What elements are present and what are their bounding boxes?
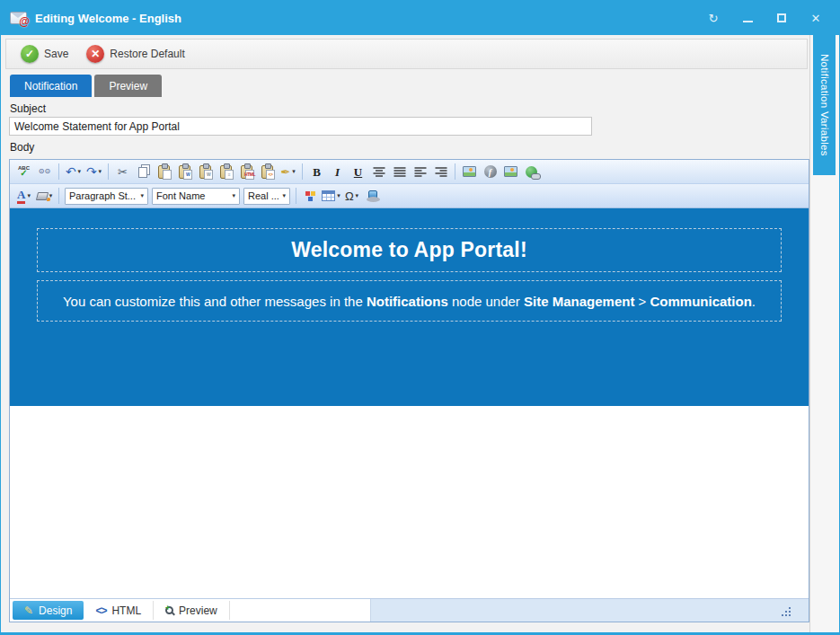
html-mode-tab[interactable]: <> HTML	[84, 601, 154, 620]
copy-icon[interactable]	[134, 163, 153, 181]
toolbar-separator	[296, 188, 296, 204]
insert-symbol-icon[interactable]: Ω▾	[342, 187, 361, 206]
banner-paragraph-box[interactable]: You can customize this and other message…	[37, 280, 782, 322]
redo-icon-glyph: ↷	[86, 165, 97, 178]
paste-plain-text-icon[interactable]: ≡	[217, 163, 235, 181]
font-name-select[interactable]: Font Name▾	[152, 188, 240, 205]
paste-from-word-icon[interactable]: W	[175, 163, 194, 181]
editor-toolbar-row2: A▾▾Paragraph St...▾Font Name▾Real ...▾▾Ω…	[10, 184, 809, 208]
find-and-replace-icon[interactable]: ⊙⊙	[35, 163, 54, 181]
paste-from-word-no-styles-icon-badge: W	[204, 170, 213, 180]
notification-variables-tab[interactable]: Notification Variables	[813, 35, 836, 175]
spellcheck-icon[interactable]: ABC✓	[14, 163, 33, 181]
toolbar-separator	[58, 163, 59, 180]
spellcheck-icon-glyph: ABC✓	[18, 165, 30, 178]
design-mode-tab[interactable]: ✎ Design	[13, 601, 84, 620]
dropdown-arrow-icon: ▾	[282, 192, 286, 199]
tab-bar: Notification Preview	[10, 75, 809, 97]
paste-icon-glyph	[158, 165, 170, 179]
align-right-icon-glyph	[435, 166, 447, 178]
paste-from-word-icon-badge: W	[183, 170, 192, 180]
insert-snippet-icon[interactable]	[363, 187, 382, 206]
paste-html-icon-glyph: <>	[261, 165, 273, 179]
paste-from-word-no-styles-icon[interactable]: W	[196, 163, 215, 181]
foreground-color-icon-glyph: A	[17, 189, 25, 204]
paragraph-part: .	[752, 294, 756, 309]
bold-icon[interactable]: B	[307, 163, 326, 181]
italic-icon[interactable]: I	[328, 163, 347, 181]
paste-html-icon[interactable]: <>	[258, 163, 277, 181]
mode-tab-strip: ✎ Design <> HTML Preview	[10, 599, 371, 622]
maximize-glyph	[777, 13, 786, 22]
format-painter-icon[interactable]: ✒▾	[279, 163, 297, 181]
cut-icon[interactable]: ✂	[113, 163, 132, 181]
insert-table-icon[interactable]: ▾	[322, 187, 340, 206]
find-and-replace-icon-glyph: ⊙⊙	[39, 168, 50, 175]
align-justify-icon[interactable]	[390, 163, 409, 181]
paste-as-html-icon-badge: HTML	[245, 170, 254, 180]
save-button[interactable]: ✓ Save	[21, 45, 68, 63]
editor-canvas[interactable]: Welcome to App Portal! You can customize…	[10, 208, 809, 598]
resize-grip[interactable]	[782, 607, 791, 616]
undo-icon-glyph: ↶	[66, 165, 76, 178]
paragraph-part: You can customize this and other message…	[63, 294, 367, 309]
paste-from-word-icon-glyph: W	[179, 165, 190, 179]
align-right-icon[interactable]	[431, 163, 450, 181]
background-color-icon[interactable]: ▾	[35, 187, 54, 206]
paragraph-part: Notifications	[367, 294, 448, 309]
italic-icon-glyph: I	[335, 166, 340, 178]
paragraph-style-select-glyph: Paragraph St...	[69, 190, 136, 201]
banner-heading-box[interactable]: Welcome to App Portal!	[37, 228, 782, 272]
magnifier-icon	[165, 606, 173, 614]
restore-default-button[interactable]: ✕ Restore Default	[86, 45, 184, 63]
paste-plain-text-icon-glyph: ≡	[220, 165, 232, 179]
window: @ Editing Welcome - English ↻ ✕ ✓ Save ✕…	[0, 0, 840, 635]
image-manager-icon[interactable]	[460, 163, 479, 181]
paste-icon[interactable]	[155, 163, 173, 181]
banner-heading: Welcome to App Portal!	[291, 238, 527, 262]
underline-icon-glyph: U	[354, 166, 362, 178]
titlebar: @ Editing Welcome - English ↻ ✕	[1, 1, 839, 35]
maximize-icon[interactable]	[774, 13, 789, 24]
cut-icon-glyph: ✂	[118, 166, 128, 178]
restore-cross-icon: ✕	[86, 45, 104, 63]
paragraph-part: >	[634, 294, 650, 309]
tab-notification[interactable]: Notification	[10, 75, 92, 97]
spellcheck-icon-bottom: ✓	[20, 169, 27, 178]
html-mode-label: HTML	[111, 604, 141, 617]
align-justify-icon-glyph	[393, 166, 406, 178]
apply-css-class-icon[interactable]	[301, 187, 320, 206]
minimize-icon[interactable]	[740, 13, 755, 24]
subject-input[interactable]	[9, 117, 592, 136]
subject-label: Subject	[10, 102, 809, 116]
paragraph-style-select[interactable]: Paragraph St...▾	[65, 188, 148, 205]
refresh-icon[interactable]: ↻	[706, 13, 721, 24]
underline-icon[interactable]: U	[349, 163, 367, 181]
window-title: Editing Welcome - English	[35, 12, 181, 25]
tab-preview[interactable]: Preview	[94, 75, 162, 97]
pencil-icon: ✎	[24, 604, 33, 617]
paste-icon-badge	[163, 170, 172, 180]
body-label: Body	[10, 141, 809, 154]
dropdown-arrow-icon: ▾	[337, 192, 340, 199]
paragraph-part: Site Management	[524, 294, 634, 309]
right-sidebar: Notification Variables	[809, 35, 839, 632]
dropdown-arrow-icon: ▾	[356, 192, 359, 199]
font-size-select[interactable]: Real ...▾	[243, 188, 290, 205]
flash-manager-icon[interactable]: f	[481, 163, 500, 181]
image-editor-icon-glyph	[504, 166, 517, 177]
align-left-icon[interactable]	[411, 163, 429, 181]
font-size-select-glyph: Real ...	[248, 190, 279, 201]
paste-as-html-icon-glyph: HTML	[241, 165, 252, 179]
image-editor-icon[interactable]	[501, 163, 520, 181]
redo-icon[interactable]: ↷▾	[84, 163, 103, 181]
close-icon[interactable]: ✕	[809, 13, 823, 24]
paste-as-html-icon[interactable]: HTML	[237, 163, 256, 181]
align-center-icon[interactable]	[369, 163, 388, 181]
foreground-color-icon[interactable]: A▾	[14, 187, 33, 206]
dropdown-arrow-icon: ▾	[140, 192, 144, 199]
dropdown-arrow-icon: ▾	[27, 192, 31, 199]
hyperlink-manager-icon[interactable]	[522, 163, 541, 181]
undo-icon[interactable]: ↶▾	[64, 163, 83, 181]
preview-mode-tab[interactable]: Preview	[154, 601, 230, 620]
